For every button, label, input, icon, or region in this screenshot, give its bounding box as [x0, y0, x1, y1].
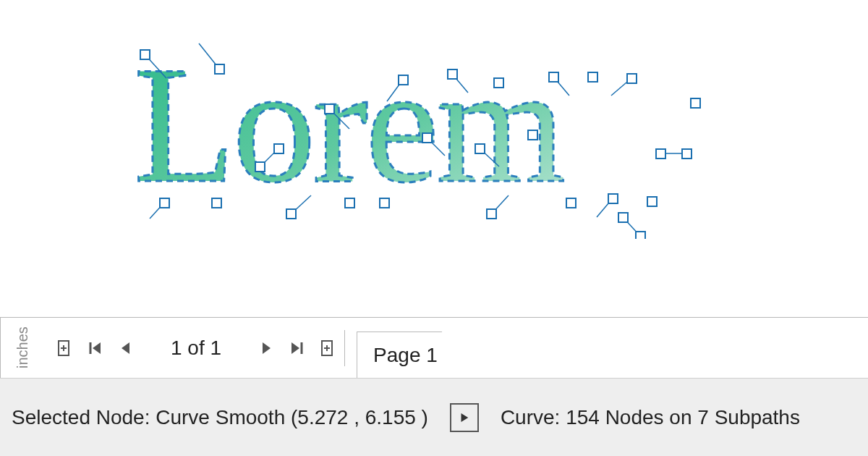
svg-rect-15 — [345, 198, 354, 208]
svg-rect-38 — [656, 149, 665, 159]
previous-page-button[interactable] — [113, 332, 137, 365]
page-plus-icon — [319, 339, 336, 357]
svg-rect-7 — [212, 198, 221, 208]
selected-node-status: Selected Node: Curve Smooth (5.272 , 6.1… — [12, 406, 428, 429]
svg-marker-50 — [122, 342, 129, 354]
svg-marker-57 — [461, 413, 468, 422]
last-page-button[interactable] — [285, 332, 310, 365]
svg-rect-12 — [325, 104, 334, 114]
curve-info-status: Curve: 154 Nodes on 7 Subpaths — [501, 406, 800, 429]
svg-rect-36 — [608, 194, 618, 203]
svg-rect-28 — [528, 130, 537, 140]
svg-rect-27 — [487, 209, 496, 219]
svg-rect-19 — [422, 133, 432, 143]
page-tab-label: Page 1 — [373, 344, 438, 367]
first-page-icon — [86, 339, 103, 357]
vector-text[interactable]: Lorem — [134, 33, 563, 217]
canvas-area[interactable]: Lorem — [0, 0, 868, 317]
play-icon — [458, 411, 471, 424]
svg-rect-30 — [549, 72, 558, 82]
svg-rect-31 — [588, 72, 597, 82]
svg-rect-2 — [140, 50, 150, 59]
separator — [344, 330, 345, 366]
status-play-button[interactable] — [450, 403, 479, 432]
page-navigation-bar: inches 1 of 1 Page 1 — [0, 317, 868, 378]
svg-rect-20 — [380, 198, 389, 208]
first-page-button[interactable] — [82, 332, 107, 365]
page-tabs: Page 1 — [357, 318, 462, 378]
svg-rect-33 — [627, 74, 637, 83]
previous-page-icon — [116, 339, 134, 357]
svg-rect-25 — [475, 144, 485, 153]
svg-marker-51 — [263, 342, 271, 354]
svg-rect-34 — [566, 198, 576, 208]
svg-rect-42 — [618, 213, 628, 222]
svg-rect-23 — [494, 78, 503, 88]
page-nav-controls: 1 of 1 — [45, 318, 351, 378]
svg-rect-6 — [160, 198, 169, 208]
svg-rect-22 — [448, 69, 457, 79]
svg-rect-17 — [399, 75, 408, 85]
svg-rect-40 — [647, 197, 657, 206]
page-plus-icon — [56, 339, 73, 357]
svg-rect-44 — [691, 98, 700, 108]
page-count-label: 1 of 1 — [171, 337, 221, 360]
next-page-button[interactable] — [255, 332, 279, 365]
svg-rect-39 — [682, 149, 692, 159]
svg-rect-10 — [274, 144, 284, 153]
ruler-unit-label: inches — [0, 318, 45, 378]
next-page-icon — [258, 339, 276, 357]
svg-rect-4 — [215, 64, 224, 74]
svg-rect-9 — [255, 162, 265, 172]
svg-marker-49 — [93, 342, 101, 354]
add-page-before-button[interactable] — [52, 332, 77, 365]
svg-rect-14 — [286, 209, 296, 219]
last-page-icon — [289, 339, 306, 357]
svg-marker-52 — [292, 342, 299, 354]
artwork-lorem[interactable]: Lorem — [134, 29, 727, 239]
page-tab-1[interactable]: Page 1 — [357, 332, 462, 378]
add-page-after-button[interactable] — [315, 332, 340, 365]
status-bar: Selected Node: Curve Smooth (5.272 , 6.1… — [0, 378, 868, 456]
svg-rect-43 — [636, 232, 645, 239]
